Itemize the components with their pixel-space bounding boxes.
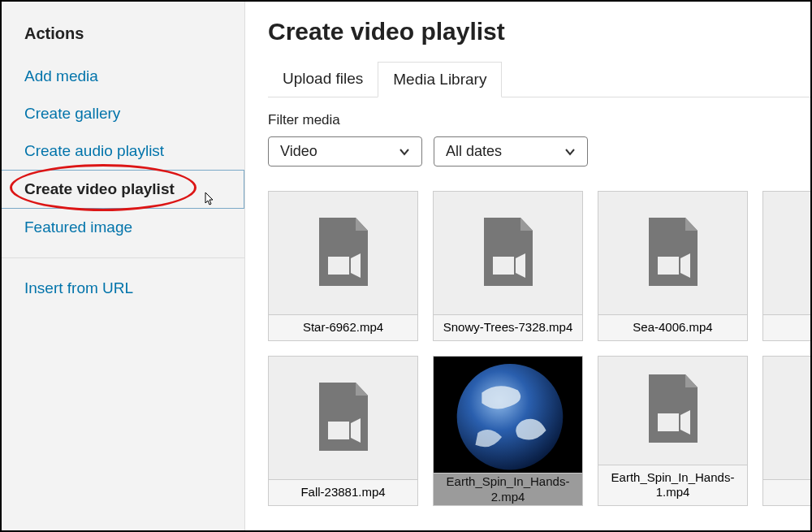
sidebar-item-add-media[interactable]: Add media bbox=[2, 58, 244, 95]
chevron-down-icon bbox=[564, 146, 576, 158]
svg-rect-1 bbox=[493, 257, 514, 275]
media-item[interactable]: Snowy-Trees-7328.mp4 bbox=[433, 191, 583, 341]
svg-rect-4 bbox=[328, 422, 349, 439]
thumbnail bbox=[598, 192, 747, 314]
media-item[interactable]: Ro bbox=[762, 191, 810, 341]
chevron-down-icon bbox=[399, 146, 410, 158]
sidebar-item-label: Create audio playlist bbox=[24, 142, 164, 159]
media-item[interactable]: Fall-23881.mp4 bbox=[268, 356, 418, 506]
media-caption: Star-6962.mp4 bbox=[269, 314, 417, 340]
video-file-icon bbox=[645, 374, 702, 446]
sidebar-item-featured-image[interactable]: Featured image bbox=[2, 209, 244, 246]
tab-label: Upload files bbox=[283, 70, 363, 87]
media-caption: Snowy-Trees-7328.mp4 bbox=[434, 314, 582, 340]
media-item[interactable]: Earth_Spin_In_Hands-2.mp4 bbox=[433, 356, 583, 506]
divider bbox=[2, 257, 244, 258]
media-type-select[interactable]: Video bbox=[268, 136, 422, 167]
media-caption: Earth_Spin_In_Hands-2.mp4 bbox=[434, 473, 582, 505]
media-caption: Fall-23881.mp4 bbox=[269, 479, 417, 505]
sidebar-item-create-video-playlist[interactable]: Create video playlist bbox=[2, 170, 244, 209]
video-file-icon bbox=[315, 218, 372, 289]
page-title: Create video playlist bbox=[268, 18, 810, 45]
video-file-icon bbox=[480, 218, 537, 289]
thumbnail bbox=[763, 192, 810, 314]
sidebar-item-create-gallery[interactable]: Create gallery bbox=[2, 95, 244, 132]
video-file-icon bbox=[315, 383, 372, 454]
filter-label: Filter media bbox=[268, 112, 810, 128]
select-value: All dates bbox=[446, 143, 502, 160]
thumbnail bbox=[434, 192, 582, 314]
video-file-icon bbox=[645, 218, 702, 289]
svg-rect-7 bbox=[658, 413, 679, 431]
thumbnail bbox=[269, 192, 417, 314]
media-caption: Ro bbox=[763, 314, 810, 340]
video-file-icon bbox=[810, 218, 811, 289]
media-caption: Earth_Spin_In_Hands-1.mp4 bbox=[598, 465, 747, 506]
select-value: Video bbox=[280, 143, 317, 160]
main-panel: Create video playlist Upload files Media… bbox=[245, 2, 810, 530]
cursor-icon bbox=[202, 192, 215, 208]
sidebar-item-label: Featured image bbox=[24, 218, 132, 236]
earth-thumbnail bbox=[434, 357, 582, 473]
svg-rect-0 bbox=[328, 257, 349, 275]
tabs: Upload files Media Library bbox=[268, 62, 810, 97]
date-select[interactable]: All dates bbox=[434, 136, 588, 167]
sidebar-item-label: Insert from URL bbox=[24, 279, 133, 296]
media-item[interactable]: Sea-4006.mp4 bbox=[598, 191, 748, 341]
sidebar: Actions Add media Create gallery Create … bbox=[2, 2, 245, 530]
thumbnail bbox=[434, 357, 582, 473]
svg-rect-2 bbox=[658, 257, 679, 275]
sidebar-title: Actions bbox=[2, 24, 244, 58]
sidebar-item-create-audio-playlist[interactable]: Create audio playlist bbox=[2, 132, 244, 170]
media-caption: Sea-4006.mp4 bbox=[598, 314, 747, 340]
sidebar-item-label: Create video playlist bbox=[24, 180, 175, 197]
filter-controls: Video All dates bbox=[268, 136, 810, 167]
video-file-icon bbox=[810, 383, 811, 454]
tab-upload-files[interactable]: Upload files bbox=[268, 62, 378, 97]
svg-point-6 bbox=[457, 364, 564, 470]
tab-media-library[interactable]: Media Library bbox=[378, 62, 502, 97]
media-item[interactable]: Earth_Spin_In_Hands-1.mp4 bbox=[598, 356, 748, 506]
media-item[interactable]: Star-6962.mp4 bbox=[268, 191, 418, 341]
media-item[interactable]: Ea bbox=[762, 356, 810, 506]
sidebar-item-label: Add media bbox=[24, 67, 98, 84]
tab-label: Media Library bbox=[393, 71, 486, 88]
media-caption: Ea bbox=[763, 479, 810, 505]
thumbnail bbox=[598, 357, 747, 465]
thumbnail bbox=[763, 357, 810, 479]
media-grid: Star-6962.mp4 Snowy-Trees-7328.mp4 Sea-4… bbox=[268, 191, 810, 506]
thumbnail bbox=[269, 357, 417, 479]
sidebar-item-insert-from-url[interactable]: Insert from URL bbox=[2, 270, 244, 307]
sidebar-item-label: Create gallery bbox=[24, 105, 120, 122]
